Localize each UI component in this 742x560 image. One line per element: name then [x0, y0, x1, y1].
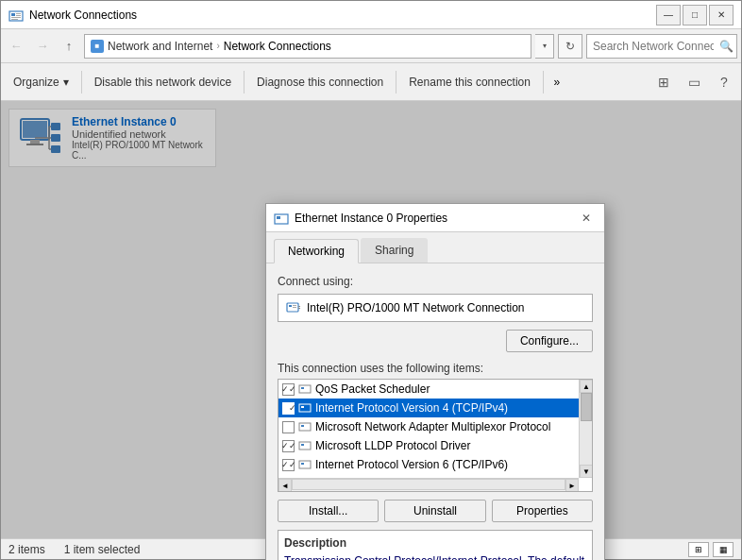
maximize-button[interactable]: □	[683, 5, 707, 25]
scrollbar-up[interactable]: ▲	[580, 380, 593, 393]
svg-rect-21	[289, 305, 292, 307]
list-content: ✓ QoS Packet Scheduler ✓	[278, 380, 579, 478]
title-bar: Network Connections — □ ✕	[1, 1, 741, 29]
scrollbar-thumb[interactable]	[581, 393, 592, 421]
properties-dialog: Ethernet Instance 0 Properties ✕ Network…	[265, 203, 605, 560]
properties-button[interactable]: Properties	[492, 500, 593, 522]
diagnose-button[interactable]: Diagnose this connection	[248, 67, 392, 97]
rename-button[interactable]: Rename this connection	[400, 67, 539, 97]
install-button[interactable]: Install...	[278, 500, 379, 522]
list-item-qos[interactable]: ✓ QoS Packet Scheduler	[278, 380, 579, 399]
title-bar-left: Network Connections	[8, 8, 137, 23]
modal-overlay: Ethernet Instance 0 Properties ✕ Network…	[1, 101, 741, 538]
action-buttons: Install... Uninstall Properties	[278, 500, 593, 522]
list-item-label-lldp: Microsoft LLDP Protocol Driver	[315, 439, 471, 452]
selected-count: 1 item selected	[64, 543, 141, 556]
disable-button[interactable]: Disable this network device	[86, 67, 240, 97]
search-input[interactable]	[586, 34, 737, 59]
description-title: Description	[284, 536, 586, 550]
list-checkbox-ipv4[interactable]: ✓	[282, 402, 295, 415]
hscroll-track	[292, 479, 565, 490]
back-button[interactable]: ←	[5, 35, 27, 58]
window-controls: — □ ✕	[656, 5, 734, 25]
svg-rect-24	[298, 306, 300, 307]
show-preview-button[interactable]: ▭	[681, 69, 707, 95]
list-item-ipv6[interactable]: ✓ Internet Protocol Version 6 (TCP/IPv6)	[278, 455, 579, 474]
horizontal-scrollbar[interactable]: ◄ ►	[278, 478, 579, 491]
list-item-mux[interactable]: Microsoft Network Adapter Multiplexor Pr…	[278, 417, 579, 436]
svg-rect-31	[301, 425, 304, 427]
svg-rect-2	[16, 13, 21, 14]
forward-button[interactable]: →	[31, 35, 54, 58]
list-checkbox-mux[interactable]	[282, 421, 295, 433]
connect-using-label: Connect using:	[278, 275, 593, 288]
list-item-icon-qos	[298, 382, 312, 396]
dialog-close-button[interactable]: ✕	[576, 208, 597, 229]
description-text: Transmission Control Protocol/Internet P…	[284, 553, 586, 560]
diagnose-label: Diagnose this connection	[257, 76, 383, 89]
breadcrumb-network-internet[interactable]: Network and Internet	[108, 40, 212, 53]
tab-networking[interactable]: Networking	[274, 239, 359, 263]
svg-rect-28	[299, 404, 311, 412]
svg-rect-4	[11, 17, 21, 18]
dialog-title-left: Ethernet Instance 0 Properties	[274, 211, 447, 226]
svg-rect-34	[299, 461, 311, 468]
list-checkbox-ipv6[interactable]: ✓	[282, 459, 295, 471]
list-item-label-ipv4: Internet Protocol Version 4 (TCP/IPv4)	[315, 401, 508, 415]
rename-label: Rename this connection	[409, 76, 531, 89]
main-window: Network Connections — □ ✕ ← → ↑ ■ Networ…	[0, 0, 742, 560]
status-view-btn-2[interactable]: ▦	[713, 542, 734, 557]
toolbar-separator-4	[543, 71, 544, 93]
svg-rect-5	[11, 19, 18, 20]
path-icon: ■	[91, 40, 104, 53]
connect-using-box: Intel(R) PRO/1000 MT Network Connection	[278, 294, 593, 322]
help-button[interactable]: ?	[711, 69, 737, 95]
hscroll-left[interactable]: ◄	[278, 479, 292, 492]
address-path: ■ Network and Internet › Network Connect…	[84, 34, 531, 59]
address-dropdown[interactable]: ▾	[535, 34, 554, 59]
svg-rect-19	[277, 216, 280, 219]
uninstall-button[interactable]: Uninstall	[384, 500, 485, 522]
status-view-btn-1[interactable]: ⊞	[688, 542, 709, 557]
window-icon	[8, 8, 24, 23]
configure-button[interactable]: Configure...	[506, 330, 593, 352]
organize-button[interactable]: Organize ▾	[5, 67, 77, 97]
toolbar-separator-2	[244, 71, 245, 93]
tab-sharing[interactable]: Sharing	[361, 238, 428, 263]
list-item-icon-mux	[298, 420, 312, 433]
list-checkbox-lldp[interactable]: ✓	[282, 440, 295, 452]
dialog-title-bar: Ethernet Instance 0 Properties ✕	[266, 204, 604, 232]
list-item-lldp[interactable]: ✓ Microsoft LLDP Protocol Driver	[278, 436, 579, 455]
up-button[interactable]: ↑	[58, 35, 80, 58]
vertical-scrollbar[interactable]: ▲ ▼	[579, 380, 592, 478]
disable-label: Disable this network device	[94, 76, 231, 89]
items-label: This connection uses the following items…	[278, 362, 593, 375]
change-view-button[interactable]: ⊞	[650, 69, 677, 95]
search-icon-button[interactable]: 🔍	[719, 40, 734, 53]
items-count: 2 items	[8, 543, 45, 556]
organize-label: Organize	[13, 76, 59, 89]
hscroll-right[interactable]: ►	[565, 479, 579, 492]
more-button[interactable]: »	[548, 67, 566, 97]
adapter-icon	[286, 300, 301, 315]
toolbar-separator-3	[396, 71, 396, 93]
close-button[interactable]: ✕	[709, 5, 734, 25]
toolbar-separator-1	[81, 71, 82, 93]
refresh-button[interactable]: ↻	[558, 34, 582, 59]
list-item-icon-ipv6	[298, 458, 312, 471]
organize-arrow: ▾	[63, 76, 69, 89]
scrollbar-track	[580, 393, 592, 465]
list-item-label-ipv6: Internet Protocol Version 6 (TCP/IPv6)	[315, 458, 508, 471]
items-list: ✓ QoS Packet Scheduler ✓	[278, 379, 593, 492]
svg-rect-22	[293, 305, 296, 306]
scrollbar-down[interactable]: ▼	[580, 465, 593, 478]
search-wrapper: 🔍	[586, 34, 737, 59]
list-item-icon-ipv4	[298, 401, 312, 415]
svg-rect-25	[298, 308, 300, 309]
svg-rect-27	[301, 387, 304, 389]
minimize-button[interactable]: —	[656, 5, 681, 25]
breadcrumb-network-connections: Network Connections	[224, 40, 331, 53]
list-item-ipv4[interactable]: ✓ Internet Protocol Version 4 (TCP/IPv4)	[278, 399, 579, 417]
list-checkbox-qos[interactable]: ✓	[282, 383, 295, 396]
address-bar: ← → ↑ ■ Network and Internet › Network C…	[1, 29, 741, 63]
